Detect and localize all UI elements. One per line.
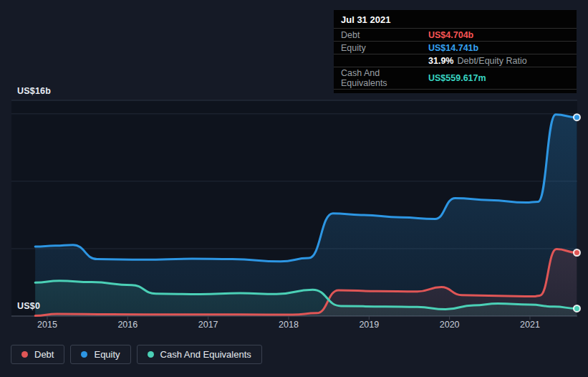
chart-tooltip: Jul 31 2021 Debt US$4.704b Equity US$14.…	[334, 10, 577, 93]
legend-item-equity[interactable]: Equity	[70, 345, 130, 364]
y-axis-zero-label: US$0	[17, 301, 40, 311]
tooltip-cash-value: US$559.617m	[428, 73, 486, 83]
tooltip-date: Jul 31 2021	[334, 10, 577, 29]
tooltip-ratio-percent: 31.9%	[428, 56, 453, 66]
legend-item-cash[interactable]: Cash And Equivalents	[137, 345, 262, 364]
x-axis-label-2018: 2018	[267, 320, 310, 330]
x-axis-label-2017: 2017	[187, 320, 230, 330]
debt-equity-history-chart: US$16b US$0 2015201620172018201920202021…	[0, 0, 588, 377]
legend-debt-label: Debt	[34, 349, 54, 360]
series-end-marker-debt	[574, 249, 580, 256]
tooltip-cash-label: Cash And Equivalents	[341, 68, 428, 88]
x-axis-label-2016: 2016	[106, 320, 149, 330]
tooltip-equity-label: Equity	[341, 43, 428, 53]
x-axis-label-2015: 2015	[26, 320, 69, 330]
series-end-marker-cash-and-equivalents	[574, 305, 580, 312]
x-axis-label-2019: 2019	[347, 320, 390, 330]
x-axis-label-2020: 2020	[428, 320, 471, 330]
tooltip-ratio-label: Debt/Equity Ratio	[457, 56, 526, 66]
cash-series-dot-icon	[148, 351, 154, 358]
legend-item-debt[interactable]: Debt	[11, 345, 64, 364]
tooltip-debt-value: US$4.704b	[428, 30, 473, 40]
tooltip-debt-label: Debt	[341, 30, 428, 40]
tooltip-debt-row: Debt US$4.704b	[334, 29, 577, 42]
debt-series-dot-icon	[21, 351, 28, 358]
tooltip-equity-value: US$14.741b	[428, 43, 478, 53]
y-axis-max-label: US$16b	[17, 86, 51, 96]
equity-series-dot-icon	[81, 351, 87, 358]
tooltip-cash-row: Cash And Equivalents US$559.617m	[334, 67, 577, 90]
series-end-marker-equity	[574, 114, 580, 120]
legend-cash-label: Cash And Equivalents	[160, 349, 251, 360]
legend-equity-label: Equity	[94, 349, 120, 360]
tooltip-ratio-row: 31.9% Debt/Equity Ratio	[334, 54, 577, 67]
x-axis-label-2021: 2021	[509, 320, 551, 330]
chart-legend: Debt Equity Cash And Equivalents	[11, 345, 262, 364]
tooltip-equity-row: Equity US$14.741b	[334, 42, 577, 54]
